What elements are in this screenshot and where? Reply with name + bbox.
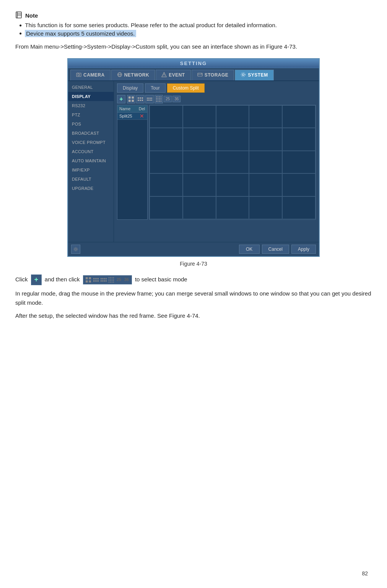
tab-event[interactable]: EVENT bbox=[156, 70, 191, 80]
preview-cell-2[interactable] bbox=[183, 105, 216, 128]
preview-cell-24[interactable] bbox=[249, 196, 282, 219]
subtab-display[interactable]: Display bbox=[117, 83, 143, 93]
grid-25-num[interactable]: 25 bbox=[164, 96, 172, 102]
svg-rect-27 bbox=[140, 100, 141, 101]
preview-cell-1[interactable] bbox=[150, 105, 183, 128]
body-click-text: Click + and then click 25 36 to select b… bbox=[15, 274, 372, 285]
inline-4-icon[interactable] bbox=[85, 276, 92, 283]
preview-cell-4[interactable] bbox=[249, 105, 282, 128]
preview-cell-23[interactable] bbox=[216, 196, 249, 219]
tab-event-label: EVENT bbox=[169, 72, 185, 78]
grid-6-icon[interactable] bbox=[136, 95, 145, 103]
preview-cell-19[interactable] bbox=[249, 173, 282, 196]
svg-rect-26 bbox=[138, 100, 139, 101]
sidebar-item-default[interactable]: DEFAULT bbox=[68, 175, 114, 184]
grid-4-icon[interactable] bbox=[127, 95, 135, 103]
preview-cell-16[interactable] bbox=[150, 173, 183, 196]
tab-network[interactable]: NETWORK bbox=[111, 70, 155, 80]
preview-cell-6[interactable] bbox=[150, 128, 183, 151]
preview-cell-12[interactable] bbox=[183, 151, 216, 174]
preview-cell-17[interactable] bbox=[183, 173, 216, 196]
preview-cell-11[interactable] bbox=[150, 151, 183, 174]
sidebar-item-display[interactable]: DISPLAY bbox=[68, 92, 114, 101]
tab-storage[interactable]: STORAGE bbox=[192, 70, 234, 80]
add-icon-inline[interactable]: + bbox=[31, 274, 42, 285]
svg-rect-88 bbox=[113, 282, 114, 283]
preview-cell-22[interactable] bbox=[183, 196, 216, 219]
svg-rect-83 bbox=[112, 280, 112, 281]
delete-split-button[interactable]: ✕ bbox=[137, 113, 147, 119]
svg-rect-36 bbox=[151, 100, 152, 101]
name-col-header: Name bbox=[117, 105, 137, 113]
inline-6-icon[interactable] bbox=[93, 276, 99, 283]
add-split-button[interactable]: + bbox=[117, 95, 125, 103]
inline-8-icon[interactable] bbox=[100, 276, 107, 283]
svg-rect-28 bbox=[142, 100, 143, 101]
grid-modes-inline[interactable]: 25 36 bbox=[83, 275, 132, 284]
svg-rect-42 bbox=[158, 98, 158, 99]
grid-16-icon[interactable] bbox=[154, 95, 163, 103]
svg-rect-24 bbox=[140, 97, 141, 99]
svg-rect-22 bbox=[132, 100, 134, 102]
name-list-row: Split25 ✕ bbox=[117, 113, 147, 120]
sidebar-item-account[interactable]: ACCOUNT bbox=[68, 147, 114, 156]
preview-cell-3[interactable] bbox=[216, 105, 249, 128]
sidebar-item-rs232[interactable]: RS232 bbox=[68, 101, 114, 110]
sidebar-item-broadcast[interactable]: BROADCAST bbox=[68, 129, 114, 138]
preview-cell-8[interactable] bbox=[216, 128, 249, 151]
sidebar-item-pos[interactable]: POS bbox=[68, 119, 114, 129]
grid-8-icon[interactable] bbox=[145, 95, 154, 103]
preview-cell-13[interactable] bbox=[216, 151, 249, 174]
click-prefix: Click bbox=[15, 276, 28, 282]
inline-25-num[interactable]: 25 bbox=[115, 276, 122, 283]
subtab-custom-split[interactable]: Custom Split bbox=[167, 83, 205, 93]
inline-16-icon[interactable] bbox=[108, 276, 115, 283]
ok-button[interactable]: OK bbox=[239, 245, 260, 254]
svg-rect-68 bbox=[106, 278, 107, 279]
note-section: Note This function is for some series pr… bbox=[15, 11, 372, 37]
footer-left-icons bbox=[71, 245, 80, 254]
sidebar-item-upgrade[interactable]: UPGRADE bbox=[68, 184, 114, 193]
tab-camera[interactable]: CAMERA bbox=[70, 70, 111, 80]
tab-system[interactable]: SYSTEM bbox=[235, 70, 273, 80]
subtab-tour[interactable]: Tour bbox=[145, 83, 165, 93]
settings-icon-footer[interactable] bbox=[71, 245, 80, 254]
preview-cell-21[interactable] bbox=[150, 196, 183, 219]
sidebar-item-general[interactable]: GENERAL bbox=[68, 83, 114, 92]
preview-cell-20[interactable] bbox=[282, 173, 315, 196]
dvr-window: SETTING CAMERA NETWORK bbox=[67, 58, 320, 257]
tab-network-label: NETWORK bbox=[124, 72, 150, 78]
preview-cell-5[interactable] bbox=[282, 105, 315, 128]
svg-rect-64 bbox=[97, 280, 99, 282]
event-icon bbox=[161, 72, 167, 78]
preview-grid[interactable] bbox=[149, 105, 316, 220]
preview-cell-18[interactable] bbox=[216, 173, 249, 196]
inline-36-num[interactable]: 36 bbox=[123, 276, 130, 283]
preview-cell-14[interactable] bbox=[249, 151, 282, 174]
svg-rect-20 bbox=[132, 96, 134, 99]
svg-rect-35 bbox=[150, 100, 151, 101]
cancel-button[interactable]: Cancel bbox=[262, 245, 289, 254]
svg-rect-50 bbox=[158, 101, 158, 102]
svg-rect-0 bbox=[16, 12, 21, 18]
svg-point-17 bbox=[242, 74, 244, 75]
preview-cell-15[interactable] bbox=[282, 151, 315, 174]
preview-cell-10[interactable] bbox=[282, 128, 315, 151]
svg-rect-81 bbox=[109, 280, 109, 281]
dvr-footer: OK Cancel Apply bbox=[68, 242, 319, 256]
svg-rect-59 bbox=[93, 278, 95, 279]
preview-cell-7[interactable] bbox=[183, 128, 216, 151]
svg-rect-46 bbox=[158, 100, 158, 100]
tab-camera-label: CAMERA bbox=[83, 72, 105, 78]
preview-cell-25[interactable] bbox=[282, 196, 315, 219]
preview-cell-9[interactable] bbox=[249, 128, 282, 151]
grid-36-num[interactable]: 36 bbox=[172, 96, 180, 102]
sidebar-item-voice-prompt[interactable]: VOICE PROMPT bbox=[68, 138, 114, 147]
sidebar-item-auto-maintain[interactable]: AUTO MAINTAIN bbox=[68, 156, 114, 165]
split-name: Split25 bbox=[117, 113, 137, 119]
apply-button[interactable]: Apply bbox=[291, 245, 316, 254]
sidebar-item-ptz[interactable]: PTZ bbox=[68, 110, 114, 119]
svg-point-53 bbox=[75, 248, 77, 250]
sidebar-item-imp-exp[interactable]: IMP/EXP bbox=[68, 165, 114, 175]
del-col-header: Del bbox=[137, 105, 147, 113]
